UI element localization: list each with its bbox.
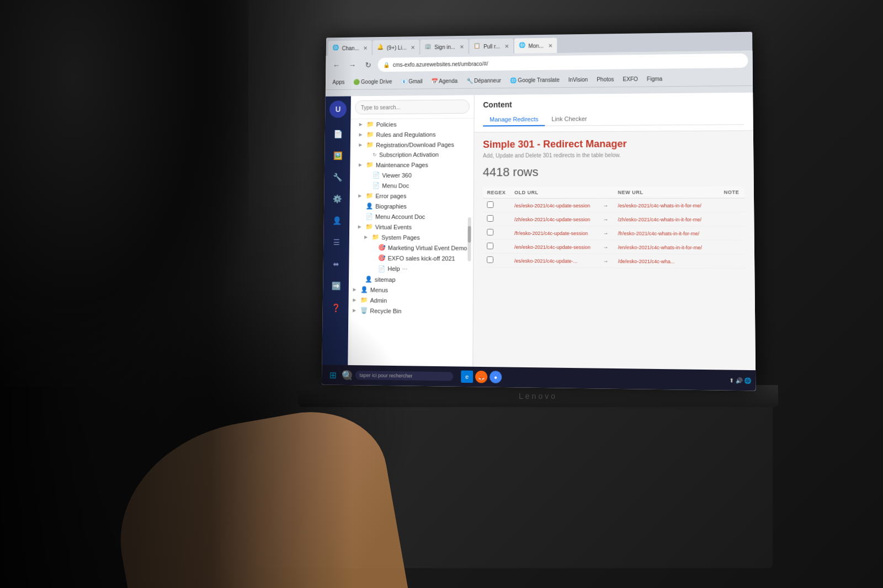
- cell-newurl-4: /en/esko-2021/c4c-whats-in-it-for-me/: [614, 240, 710, 254]
- tree-item-sitemap[interactable]: 👤 sitemap: [349, 274, 473, 285]
- folder-icon-system: 📁: [372, 233, 380, 240]
- table-row: /fr/esko-2021/c4c-update-session → /fr/e…: [482, 226, 745, 240]
- checkbox-row-1[interactable]: [487, 201, 493, 208]
- tab-signin[interactable]: 🏢 Sign in... ✕: [421, 39, 469, 55]
- bookmark-agenda-label: 📅 Agenda: [431, 78, 458, 84]
- oldurl-link-2[interactable]: /zh/esko-2021/c4c-update-session: [514, 216, 590, 222]
- tree-item-menuaccount[interactable]: 📄 Menu Account Doc: [349, 211, 473, 222]
- bookmark-translate-label: 🌐 Google Translate: [510, 77, 560, 83]
- bookmark-invision[interactable]: InVision: [566, 76, 591, 84]
- tree-item-virtual[interactable]: ▶ 📁 Virtual Events: [349, 222, 474, 232]
- tree-item-menudoc[interactable]: 📄 Menu Doc: [350, 180, 474, 190]
- oldurl-link-3[interactable]: /fr/esko-2021/c4c-update-session: [514, 230, 588, 236]
- sitemap-icon: 👤: [365, 276, 373, 283]
- tree-label-systempages: System Pages: [381, 234, 420, 240]
- bookmark-photos[interactable]: Photos: [594, 75, 616, 83]
- newurl-link-1[interactable]: /es/esko-2021/c4c-whats-in-it-for-me/: [618, 202, 701, 208]
- folder-icon-virtual: 📁: [365, 223, 373, 231]
- taskbar-system-tray: ⬆ 🔊 🌐: [730, 377, 751, 383]
- tree-arrow-virtual: ▶: [358, 224, 364, 229]
- tree-item-exfosales[interactable]: 🎯 EXFO sales kick-off 2021: [349, 253, 473, 264]
- content-tabs: Manage Redirects Link Checker: [483, 111, 744, 126]
- bookmark-gdrive[interactable]: 🟢 Google Drive: [350, 78, 395, 86]
- tree-item-rules[interactable]: ▶ 📁 Rules and Regulations: [350, 129, 474, 140]
- tab-active[interactable]: 🌐 Mon... ✕: [514, 38, 557, 54]
- table-row: /en/esko-2021/c4c-update-session → /en/e…: [482, 239, 745, 254]
- tab-close-active[interactable]: ✕: [548, 42, 552, 49]
- tab-close-chan[interactable]: ✕: [363, 45, 368, 51]
- taskbar-chrome-icon[interactable]: ●: [490, 371, 502, 383]
- tree-item-registration[interactable]: ▶ 📁 Registration/Download Pages: [350, 139, 474, 150]
- cell-oldurl-1: /es/esko-2021/c4c-update-session: [510, 198, 598, 212]
- tree-item-biographies[interactable]: 👤 Biographies: [349, 201, 473, 211]
- taskbar-ie-icon[interactable]: e: [461, 371, 473, 383]
- refresh-button[interactable]: ↻: [362, 58, 375, 72]
- newurl-link-2[interactable]: /zh/esko-2021/c4c-whats-in-it-for-me/: [618, 217, 701, 222]
- tree-arrow-system: ▶: [364, 234, 370, 239]
- file-icon-menuaccount: 📄: [365, 213, 373, 220]
- tab-link-checker[interactable]: Link Checker: [545, 113, 593, 126]
- cell-arrow-5: →: [598, 254, 613, 268]
- bookmark-photos-label: Photos: [597, 76, 614, 82]
- event-icon-exfosales: 🎯: [378, 254, 386, 261]
- tree-item-systempages[interactable]: ▶ 📁 System Pages: [349, 232, 474, 242]
- bookmark-figma[interactable]: Figma: [644, 74, 665, 83]
- cell-actions-3: [710, 226, 720, 240]
- tab-favicon-notif: 🔔: [377, 44, 385, 52]
- bookmark-depanneur[interactable]: 🔧 Dépanneur: [464, 76, 504, 84]
- oldurl-link-4[interactable]: /en/esko-2021/c4c-update-session: [514, 244, 591, 249]
- tree-item-policies[interactable]: ▶ 📁 Policies: [350, 119, 474, 130]
- newurl-link-3[interactable]: /fr/esko-2021/c4c-whats-in-it-for-me/: [618, 231, 699, 236]
- checkbox-row-5[interactable]: [487, 256, 493, 263]
- bookmark-translate[interactable]: 🌐 Google Translate: [507, 76, 562, 84]
- tab-close-notif[interactable]: ✕: [411, 44, 415, 50]
- tab-pull[interactable]: 📋 Pull r... ✕: [469, 39, 513, 54]
- bookmark-gmail-label: 📧 Gmail: [401, 78, 423, 84]
- taskbar-firefox-icon[interactable]: 🦊: [475, 371, 487, 383]
- cell-regex-5: [482, 253, 510, 267]
- tree-search-input[interactable]: [355, 99, 470, 114]
- cell-newurl-3: /fr/esko-2021/c4c-whats-in-it-for-me/: [614, 226, 710, 240]
- refresh-icon-sub: ↻: [373, 152, 377, 158]
- folder-icon-registration: 📁: [366, 141, 374, 148]
- tree-search-container: [350, 95, 474, 119]
- tree-item-marketing[interactable]: 🎯 Marketing Virtual Event Demo: [349, 242, 474, 253]
- bookmark-exfo[interactable]: EXFO: [620, 75, 641, 83]
- newurl-link-5[interactable]: /de/esko-2021/c4c-wha...: [618, 258, 675, 264]
- checkbox-row-3[interactable]: [487, 229, 493, 236]
- address-bar[interactable]: 🔒 cms-exfo.azurewebsites.net/umbraco/#/: [378, 54, 748, 72]
- tree-label-sitemap: sitemap: [375, 276, 396, 282]
- checkbox-row-2[interactable]: [487, 215, 493, 222]
- tree-label-subscription: Subscription Activation: [379, 151, 439, 158]
- tree-label-menuaccount: Menu Account Doc: [375, 213, 425, 220]
- bookmark-gmail[interactable]: 📧 Gmail: [398, 77, 425, 85]
- cell-note-4: [720, 240, 745, 254]
- tree-item-subscription[interactable]: ↻ Subscription Activation: [350, 149, 474, 160]
- cell-regex-2: [482, 212, 510, 226]
- tab-manage-redirects[interactable]: Manage Redirects: [483, 113, 545, 127]
- tree-item-help[interactable]: 📄 Help ···: [349, 263, 473, 275]
- tree-label-maintenance: Maintenance Pages: [376, 162, 428, 168]
- cell-oldurl-3: /fr/esko-2021/c4c-update-session: [510, 226, 598, 239]
- context-menu-dots[interactable]: ···: [402, 265, 408, 272]
- tab-label-signin: Sign in...: [434, 44, 455, 50]
- oldurl-link-1[interactable]: /es/esko-2021/c4c-update-session: [514, 202, 590, 208]
- newurl-link-4[interactable]: /en/esko-2021/c4c-whats-in-it-for-me/: [618, 244, 702, 250]
- tab-notif[interactable]: 🔔 (9+) Li... ✕: [373, 40, 419, 55]
- tree-item-error[interactable]: ▶ 📁 Error pages: [350, 190, 474, 201]
- tree-label-registration: Registration/Download Pages: [376, 141, 454, 148]
- tab-close-signin[interactable]: ✕: [460, 44, 464, 50]
- tab-label-pull: Pull r...: [483, 43, 500, 49]
- scroll-indicator[interactable]: [467, 217, 471, 261]
- tree-item-maintenance[interactable]: ▶ 📁 Maintenance Pages: [350, 159, 474, 170]
- cell-newurl-1: /es/esko-2021/c4c-whats-in-it-for-me/: [613, 198, 710, 212]
- col-header-newurl: NEW URL: [613, 187, 710, 199]
- tab-close-pull[interactable]: ✕: [504, 43, 509, 49]
- tree-label-help: Help: [387, 265, 400, 272]
- oldurl-link-5[interactable]: /es/esko-2021/c4c-update-...: [514, 258, 577, 264]
- tree-item-viewer360[interactable]: 📄 Viewer 360: [350, 170, 474, 180]
- checkbox-row-4[interactable]: [487, 243, 493, 249]
- bookmark-agenda[interactable]: 📅 Agenda: [428, 77, 460, 85]
- tree-label-marketing: Marketing Virtual Event Demo: [388, 244, 467, 251]
- redirect-rows-count: 4418 rows: [483, 164, 744, 179]
